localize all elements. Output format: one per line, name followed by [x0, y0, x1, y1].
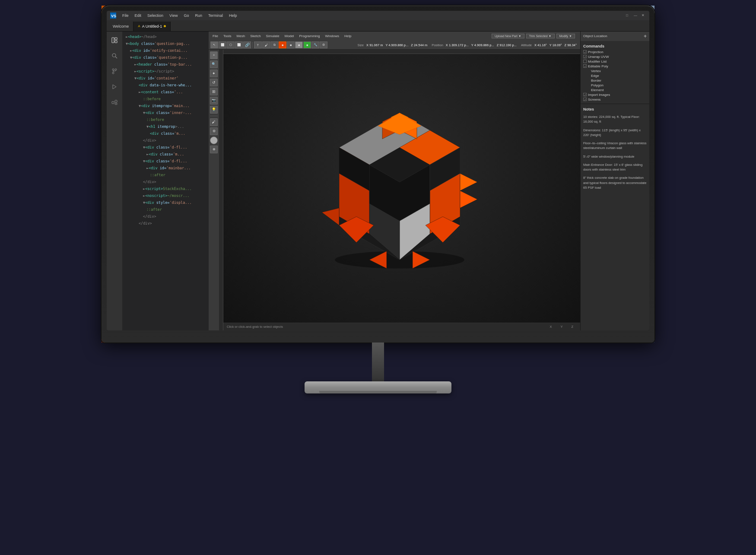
menu-go[interactable]: Go [181, 13, 191, 19]
tool-left-snap[interactable]: ⊕ [210, 146, 218, 153]
tool-left-paint[interactable]: 🖌 [210, 118, 218, 126]
tool-left-extra[interactable]: ⚙ [210, 127, 218, 135]
alt-y: Y 18.09° [550, 43, 562, 47]
cmd-element[interactable]: Element [583, 88, 647, 92]
menu-help[interactable]: Help [226, 13, 240, 19]
right-panel: Object Location + Commands ✓ Projection [580, 32, 649, 330]
cmd-uwv-label: Unwrap UVW [588, 55, 609, 59]
activity-extensions[interactable] [108, 96, 121, 108]
tab-welcome[interactable]: Welcome [108, 22, 133, 31]
cmd-screens[interactable]: ✓ Screens [583, 97, 647, 102]
minimize-button[interactable]: — [634, 13, 638, 18]
close-button[interactable]: ✕ [642, 13, 646, 18]
main-area: ►<head>~/head> ▼<body class='question-pa… [107, 32, 649, 330]
code-line-15: <div class='m... [122, 130, 209, 137]
activity-source-control[interactable] [108, 65, 121, 77]
cmd-polygon[interactable]: Polygon [583, 83, 647, 88]
tab-untitled[interactable]: A A Untitled-1 [133, 22, 171, 31]
tool-left-rotate[interactable]: ↺ [210, 79, 218, 86]
menu-view[interactable]: View [167, 13, 180, 19]
tool-lasso[interactable]: ⬡ [227, 41, 235, 48]
activity-explorer[interactable] [108, 34, 121, 46]
tool-select[interactable]: ⬜ [219, 41, 226, 48]
menu-file[interactable]: File [120, 13, 131, 19]
tool-cursor[interactable]: ↖ [210, 41, 218, 48]
svg-rect-4 [115, 41, 117, 43]
monitor-bezel: VS File Edit Selection View Go Run Termi… [102, 6, 654, 343]
cmd-screens-label: Screens [588, 98, 600, 101]
tool-color2[interactable]: ■ [287, 41, 295, 48]
tool-color4[interactable]: ■ [303, 41, 311, 48]
code-line-16: </div> [122, 137, 209, 144]
code-line-19: ▼<div class='d-fl... [122, 158, 209, 165]
tool-color1[interactable]: ■ [279, 41, 286, 48]
tool-link[interactable]: 🔗 [243, 41, 251, 48]
cmd-edge[interactable]: Edge [583, 73, 647, 78]
size-label: Size [357, 43, 364, 47]
max-menu-file[interactable]: File [210, 33, 220, 39]
max-menu-windows[interactable]: Windows [323, 33, 341, 39]
tool-left-zoom[interactable]: 🔍 [210, 60, 218, 68]
menu-terminal[interactable]: Terminal [206, 13, 226, 19]
svg-rect-13 [115, 103, 117, 105]
cmd-vertex[interactable]: Vertex [583, 69, 647, 73]
tool-left-move[interactable]: ✦ [210, 70, 218, 77]
menu-run[interactable]: Run [192, 13, 205, 19]
activity-debug[interactable] [108, 81, 121, 93]
code-line-25: ▼<div style='displa... [122, 199, 209, 206]
cmd-border[interactable]: Border [583, 78, 647, 83]
max-menu-mesh[interactable]: Mesh [235, 33, 248, 39]
modify-btn[interactable]: Modify ▼ [556, 34, 575, 38]
menu-edit[interactable]: Edit [132, 13, 144, 19]
cmd-import[interactable]: ✓ Import Images [583, 92, 647, 97]
cmd-editable-poly[interactable]: ✓ Editable Poly [583, 64, 647, 69]
tool-left-scale[interactable]: ⊞ [210, 88, 218, 95]
trim-btn[interactable]: Trim Selected ▼ [526, 34, 555, 38]
code-line-5: ►<header class='top-bar... [122, 61, 209, 68]
tool-align[interactable]: ⧉ [270, 41, 278, 48]
add-button[interactable]: + [644, 33, 647, 39]
tool-text[interactable]: T [254, 41, 262, 48]
code-line-2: ▼<body class='question-pag... [122, 40, 209, 47]
cmd-projection[interactable]: ✓ Projection [583, 50, 647, 54]
notes-section: Notes 10 stories: 224,000 sq. ft. Typica… [581, 104, 649, 330]
viewport-container: + 🔍 ✦ ↺ ⊞ 📷 💡 🖌 ⚙ [209, 50, 580, 330]
tool-extra[interactable]: ⚙ [320, 41, 327, 48]
tool-fence[interactable]: ⬜ [235, 41, 243, 48]
tool-color3[interactable]: ■ [295, 41, 303, 48]
pos-z: Z 912.190 p... [497, 43, 517, 47]
notes-para-5: 8" thick concrete slab on grade foundati… [583, 175, 647, 190]
max-menu-tools[interactable]: Tools [221, 33, 234, 39]
tool-left-select[interactable]: + [210, 51, 218, 59]
max-toolbar-top: File Tools Mesh Sketch Simulate Model Pr… [209, 32, 580, 41]
tool-wrench[interactable]: 🔧 [311, 41, 319, 48]
cmd-modifier[interactable]: Modifier List [583, 59, 647, 64]
max-menu-programming[interactable]: Programming [297, 33, 322, 39]
menu-selection[interactable]: Selection [145, 13, 166, 19]
vscode-titlebar: VS File Edit Selection View Go Run Termi… [107, 11, 649, 20]
maximize-button[interactable]: □ [626, 13, 630, 18]
max-menu-help[interactable]: Help [342, 33, 353, 39]
cmd-modifier-label: Modifier List [588, 60, 607, 63]
upload-btn[interactable]: Upload New Part ▼ [492, 34, 524, 38]
code-line-21: ::after [122, 171, 209, 178]
cmd-editable-checkbox: ✓ [583, 64, 587, 68]
tool-left-light[interactable]: 💡 [210, 106, 218, 114]
tool-paint[interactable]: 🖌 [262, 41, 270, 48]
notes-para-3: 5'–0" wide window/planning module [583, 154, 647, 159]
viewport[interactable]: Click or click-and-grab to select object… [219, 50, 580, 330]
monitor-wrap: VS File Edit Selection View Go Run Termi… [102, 6, 654, 343]
commands-section: Commands ✓ Projection ✓ Unwrap UVW [581, 41, 649, 104]
size-x: X 91.067 m [366, 43, 383, 47]
notes-para-0: 10 stories: 224,000 sq. ft. Typical Floo… [583, 114, 647, 124]
max-menu-simulate[interactable]: Simulate [264, 33, 282, 39]
svg-rect-2 [112, 38, 114, 43]
tool-left-circle[interactable] [210, 136, 218, 144]
max-menu-sketch[interactable]: Sketch [248, 33, 263, 39]
tool-left-camera[interactable]: 📷 [210, 97, 218, 105]
max-menu-model[interactable]: Model [283, 33, 296, 39]
activity-search[interactable] [108, 50, 121, 62]
svg-text:VS: VS [111, 14, 116, 18]
max-area: File Tools Mesh Sketch Simulate Model Pr… [209, 32, 580, 330]
cmd-uwv[interactable]: ✓ Unwrap UVW [583, 54, 647, 59]
